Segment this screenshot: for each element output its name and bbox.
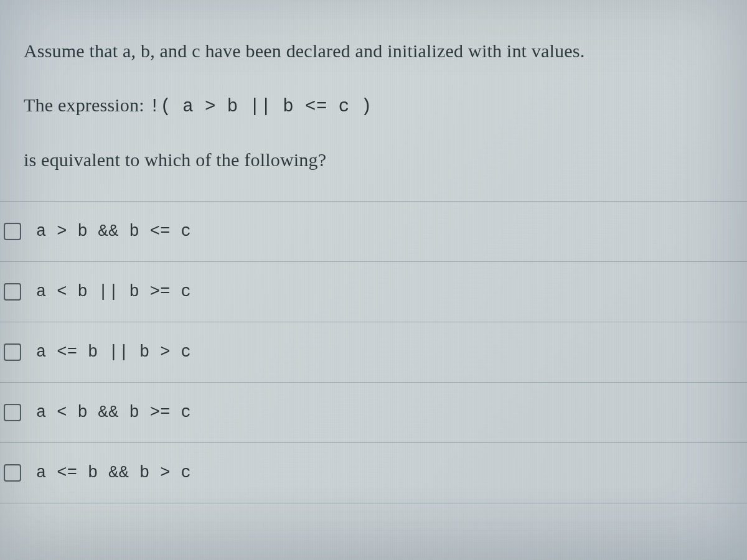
option-row[interactable]: a <= b && b > c xyxy=(0,442,747,503)
question-expression-code: !( a > b || b <= c ) xyxy=(149,96,372,117)
question-line-3: is equivalent to which of the following? xyxy=(24,147,723,173)
question-line-1: Assume that a, b, and c have been declar… xyxy=(24,39,723,64)
option-row[interactable]: a <= b || b > c xyxy=(0,322,747,382)
question-block: Assume that a, b, and c have been declar… xyxy=(0,0,747,172)
question-line-2-prefix: The expression: xyxy=(24,95,149,115)
checkbox-icon[interactable] xyxy=(4,464,21,482)
checkbox-icon[interactable] xyxy=(4,223,21,240)
option-label: a < b && b >= c xyxy=(36,403,191,422)
question-line-2: The expression: !( a > b || b <= c ) xyxy=(24,93,723,119)
option-label: a > b && b <= c xyxy=(36,222,191,241)
option-row[interactable]: a < b || b >= c xyxy=(0,261,747,322)
option-row[interactable]: a < b && b >= c xyxy=(0,382,747,442)
checkbox-icon[interactable] xyxy=(4,283,21,301)
option-label: a <= b && b > c xyxy=(36,464,191,482)
option-label: a < b || b >= c xyxy=(36,282,191,301)
option-row[interactable]: a > b && b <= c xyxy=(0,201,747,261)
options-list: a > b && b <= c a < b || b >= c a <= b |… xyxy=(0,201,747,503)
checkbox-icon[interactable] xyxy=(4,404,21,421)
option-label: a <= b || b > c xyxy=(36,343,191,362)
checkbox-icon[interactable] xyxy=(4,343,21,361)
